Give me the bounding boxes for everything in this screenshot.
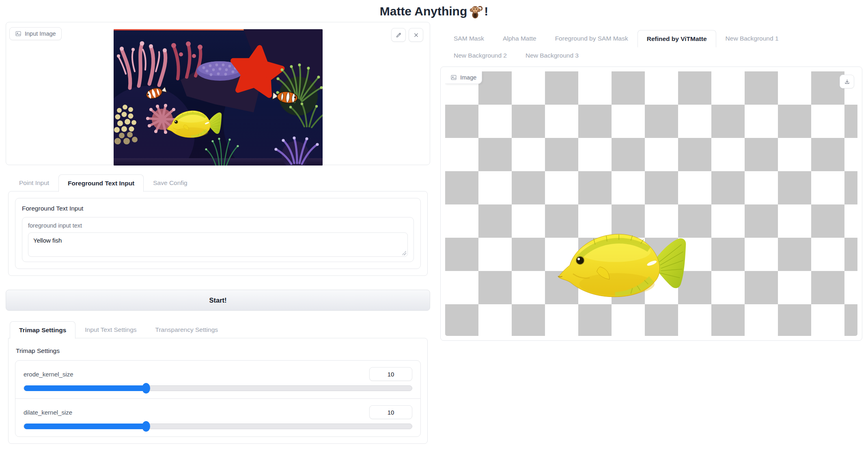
dilate-kernel-size-row: dilate_kernel_size [15,398,420,436]
erode-kernel-size-value[interactable] [369,367,412,381]
dilate-kernel-size-label: dilate_kernel_size [24,409,72,416]
download-button[interactable] [840,75,854,88]
erode-kernel-size-slider[interactable] [24,385,412,391]
edit-image-button[interactable] [391,28,406,42]
tab-new-background-1[interactable]: New Background 1 [716,30,788,47]
foreground-text-input[interactable]: Yellow fish [28,232,408,257]
tab-sam-mask[interactable]: SAM Mask [444,30,493,47]
start-button[interactable]: Start! [6,290,430,311]
input-image-label-chip: Input Image [9,27,62,40]
tab-foreground-text-input[interactable]: Foreground Text Input [58,174,144,192]
page-title-text: Matte Anything [380,4,467,18]
input-image-aquarium[interactable] [114,29,323,166]
output-tabs: SAM Mask Alpha Matte Foreground by SAM M… [440,30,862,64]
dilate-kernel-size-value[interactable] [369,405,412,419]
page-title-suffix: ! [484,4,488,18]
tab-trimap-settings[interactable]: Trimap Settings [10,321,75,339]
tab-input-text-settings[interactable]: Input Text Settings [75,321,146,338]
image-icon [450,74,457,81]
trimap-settings-panel: Trimap Settings erode_kernel_size dilate… [8,338,428,444]
output-image-label-chip: Image [445,71,482,84]
close-icon [413,32,419,38]
image-icon [15,30,22,37]
slider-fill [24,385,146,391]
tab-new-background-2[interactable]: New Background 2 [444,47,516,64]
settings-tabs: Trimap Settings Input Text Settings Tran… [6,321,430,338]
monkey-emoji [469,4,482,19]
tab-save-config[interactable]: Save Config [144,174,196,191]
page-title: Matte Anything ! [380,4,489,19]
header: Matte Anything ! [0,0,868,19]
output-image-transparent-canvas[interactable]: Image [445,71,857,336]
pencil-icon [396,32,402,38]
clear-image-button[interactable] [409,28,423,42]
left-column: Input Image [6,19,430,444]
input-image-label: Input Image [25,30,56,37]
foreground-text-group: Foreground Text Input foreground input t… [15,198,421,269]
trimap-settings-heading: Trimap Settings [16,347,420,355]
foreground-text-panel: Foreground Text Input foreground input t… [8,191,428,276]
tab-transparency-settings[interactable]: Transparency Settings [146,321,228,338]
download-icon [844,79,850,85]
foreground-group-title: Foreground Text Input [22,205,414,212]
input-image-panel: Input Image [6,22,430,165]
tab-new-background-3[interactable]: New Background 3 [516,47,588,64]
slider-thumb[interactable] [142,383,150,393]
tab-refined-by-vitmatte[interactable]: Refined by ViTMatte [638,30,716,47]
dilate-kernel-size-slider[interactable] [24,424,412,429]
tab-foreground-by-sam-mask[interactable]: Foreground by SAM Mask [546,30,638,47]
output-image-panel: Image [440,67,862,341]
slider-thumb[interactable] [142,421,150,432]
right-column: SAM Mask Alpha Matte Foreground by SAM M… [440,19,862,341]
slider-fill [24,424,146,429]
foreground-field-label: foreground input text [28,222,408,229]
tab-point-input[interactable]: Point Input [10,174,58,191]
matted-fish-image [556,224,690,311]
image-actions [391,28,423,42]
tab-alpha-matte[interactable]: Alpha Matte [493,30,546,47]
main-layout: Input Image [0,19,868,444]
erode-kernel-size-label: erode_kernel_size [24,371,73,378]
trimap-sliders-box: erode_kernel_size dilate_kernel_size [15,360,421,437]
output-image-label: Image [460,74,476,81]
erode-kernel-size-row: erode_kernel_size [15,361,420,398]
foreground-text-field: foreground input text Yellow fish [22,217,414,262]
input-mode-tabs: Point Input Foreground Text Input Save C… [6,174,430,191]
